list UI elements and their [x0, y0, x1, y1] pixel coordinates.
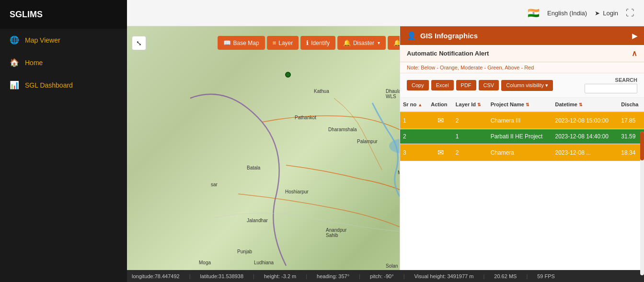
map-label-sar: sar: [211, 182, 218, 187]
gis-close-button[interactable]: ∧: [632, 49, 637, 58]
sort-icon-sr: ▲: [418, 102, 422, 107]
map-label-dharamshala: Dharamshala: [328, 127, 356, 132]
csv-button[interactable]: CSV: [479, 80, 499, 90]
cell-discharge: 17.85: [618, 112, 644, 129]
cell-layer-id: 1: [453, 129, 488, 144]
th-discharge: Discha: [618, 98, 644, 112]
copy-button[interactable]: Copy: [407, 80, 429, 90]
layer-button[interactable]: ≡ Layer: [267, 36, 299, 50]
search-container: SEARCH: [585, 77, 637, 93]
scroll-track[interactable]: [640, 132, 644, 275]
table-row: 1 ✉ 2 Chamera III 2023-12-08 15:00:00 17…: [400, 112, 644, 129]
map-label-ludhiana: Ludhiana: [254, 260, 274, 265]
disaster-button[interactable]: 🔔 Disaster ▾: [337, 36, 386, 50]
pdf-button[interactable]: PDF: [456, 80, 476, 90]
sidebar: SGLIMS 🌐 Map Viewer 🏠 Home 📊 SGL Dashboa…: [0, 0, 127, 282]
book-icon: 📖: [223, 39, 231, 46]
fullscreen-icon[interactable]: ⛶: [626, 8, 634, 18]
map-label-jalandhar: Jalandhar: [247, 218, 268, 223]
search-input[interactable]: [585, 84, 637, 93]
table-row: 3 ✉ 2 Chamera 2023-12-08 ... 18.34: [400, 144, 644, 161]
identify-icon: ℹ: [306, 39, 309, 46]
sort-icon-project: ⇅: [526, 102, 529, 107]
cell-datetime: 2023-12-08 14:40:00: [552, 129, 618, 144]
th-project-name: Project Name ⇅: [488, 98, 552, 112]
cell-layer-id: 2: [453, 112, 488, 129]
map-label-solan: Solan: [386, 263, 398, 269]
map-label-palampur: Palampur: [357, 139, 378, 144]
statusbar: longitude:78.447492 | latitude:31.538938…: [127, 270, 644, 282]
identify-label: Identify: [311, 40, 330, 46]
th-layer-id: Layer Id ⇅: [453, 98, 488, 112]
identify-button[interactable]: ℹ Identify: [300, 36, 335, 50]
flag-icon: 🇮🇳: [528, 7, 540, 19]
expand-icon: ⤡: [136, 39, 142, 47]
chart-icon: 📊: [10, 80, 19, 90]
table-row: 2 1 Parbati II HE Project 2023-12-08 14:…: [400, 129, 644, 144]
sidebar-label-home: Home: [25, 59, 43, 67]
cell-action[interactable]: [428, 129, 453, 144]
gis-table: Sr no ▲ Action Layer Id ⇅ Project Name ⇅: [400, 98, 644, 161]
column-visibility-button[interactable]: Column visibility ▾: [501, 80, 553, 91]
gis-subheader: Automatic Notification Alert ∧: [400, 45, 644, 62]
login-button[interactable]: ➤ Login: [595, 10, 618, 17]
sidebar-item-sgl-dashboard[interactable]: 📊 SGL Dashboard: [0, 74, 127, 96]
search-label: SEARCH: [615, 77, 637, 83]
disaster-label: Disaster: [353, 40, 374, 46]
map-expand-button[interactable]: ⤡: [132, 36, 146, 50]
gis-table-wrapper[interactable]: Sr no ▲ Action Layer Id ⇅ Project Name ⇅: [400, 98, 644, 270]
main-area: 🇮🇳 English (India) ➤ Login ⛶ ⤡ 📖 Base Ma…: [127, 0, 644, 282]
sort-icon-layer: ⇅: [477, 102, 481, 107]
sidebar-item-home[interactable]: 🏠 Home: [0, 51, 127, 74]
map-label-moga: Moga: [199, 260, 211, 265]
cell-datetime: 2023-12-08 15:00:00: [552, 112, 618, 129]
layer-label: Layer: [278, 40, 293, 46]
statusbar-latitude: latitude:31.538938: [200, 273, 244, 279]
statusbar-pitch: pitch: -90°: [370, 273, 394, 279]
topbar: 🇮🇳 English (India) ➤ Login ⛶: [127, 0, 644, 26]
cell-action[interactable]: ✉: [428, 112, 453, 129]
layer-icon: ≡: [273, 39, 276, 46]
gis-actions-bar: Copy Excel PDF CSV Column visibility ▾ S…: [400, 73, 644, 98]
gis-header-title: GIS Infographics: [420, 32, 478, 40]
gis-panel-arrow-button[interactable]: ▶: [632, 32, 637, 40]
sidebar-item-map-viewer[interactable]: 🌐 Map Viewer: [0, 29, 127, 51]
language-label: English (India): [547, 10, 587, 17]
column-visibility-label: Column visibility: [506, 82, 544, 88]
gis-panel-header: 👤 GIS Infographics ▶: [400, 26, 644, 45]
gis-header-icon: 👤: [407, 31, 416, 40]
table-header-row: Sr no ▲ Action Layer Id ⇅ Project Name ⇅: [400, 98, 644, 112]
cell-layer-id: 2: [453, 144, 488, 161]
statusbar-height: height: -3.2 m: [264, 273, 296, 279]
excel-button[interactable]: Excel: [431, 80, 454, 90]
login-label: Login: [603, 10, 618, 17]
mail-icon[interactable]: ✉: [437, 116, 444, 124]
base-map-label: Base Map: [233, 40, 259, 46]
cell-action[interactable]: ✉: [428, 144, 453, 161]
cell-datetime: 2023-12-08 ...: [552, 144, 618, 161]
statusbar-heading: heading: 357°: [317, 273, 349, 279]
map-label-anandpur: AnandpurSahib: [326, 227, 346, 238]
sort-icon-datetime: ⇅: [579, 102, 583, 107]
statusbar-fps: 59 FPS: [537, 273, 555, 279]
base-map-button[interactable]: 📖 Base Map: [218, 36, 265, 50]
cell-sr-no: 2: [400, 129, 428, 144]
cell-project-name: Chamera III: [488, 112, 552, 129]
chevron-down-icon-1: ▾: [378, 40, 380, 45]
th-sr-no: Sr no ▲: [400, 98, 428, 112]
cell-sr-no: 3: [400, 144, 428, 161]
map-label-batala: Batala: [247, 165, 260, 170]
globe-icon: 🌐: [10, 35, 19, 45]
sidebar-logo: SGLIMS: [0, 0, 127, 29]
gis-subheader-title: Automatic Notification Alert: [407, 50, 489, 57]
statusbar-visual-height: Visual height: 3491977 m: [414, 273, 473, 279]
login-icon: ➤: [595, 10, 600, 17]
cell-sr-no: 1: [400, 112, 428, 129]
map-label-hoshiarpur: Hoshiarpur: [285, 189, 309, 194]
th-action: Action: [428, 98, 453, 112]
mail-icon[interactable]: ✉: [437, 148, 444, 157]
sidebar-label-map-viewer: Map Viewer: [25, 36, 60, 44]
scroll-thumb[interactable]: [640, 132, 644, 160]
statusbar-longitude: longitude:78.447492: [132, 273, 180, 279]
map-location-dot: [285, 72, 291, 78]
